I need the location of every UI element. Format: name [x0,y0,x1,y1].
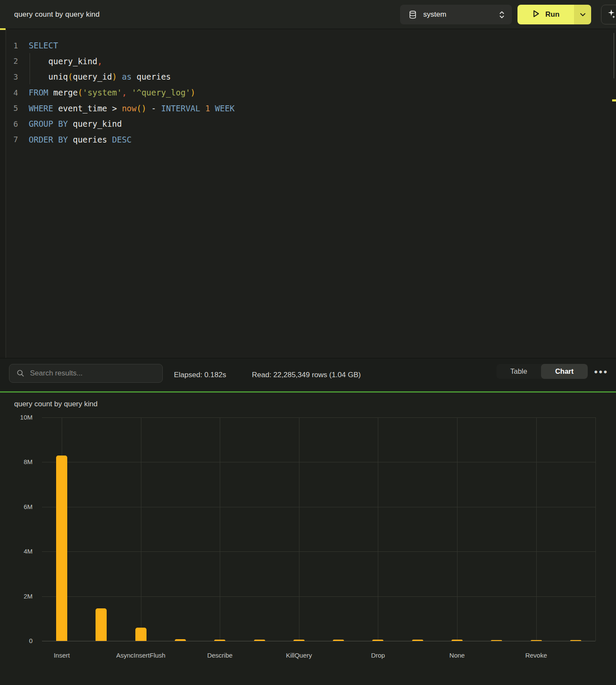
line-number: 6 [6,119,18,128]
database-icon [409,11,416,19]
gridline-v [378,417,378,641]
x-label-KillQuery: KillQuery [260,652,338,659]
run-options-button[interactable] [574,5,591,24]
y-tick-10M: 10M [7,414,33,421]
chart-title: query count by query kind [14,400,98,408]
line-number: 4 [6,88,18,97]
bar-Describe[interactable] [214,640,225,641]
top-toolbar: query count by query kind system Run [0,0,616,29]
sql-editor[interactable]: 1SELECT2 query_kind,3 uniq(query_id) as … [0,29,616,358]
tab-table[interactable]: Table [496,364,541,379]
bar[interactable] [96,608,107,641]
line-content: GROUP BY query_kind [29,119,122,128]
line-content: query_kind, [29,57,102,66]
elapsed-stat: Elapsed: 0.182s [174,358,226,392]
code-line-3[interactable]: 3 uniq(query_id) as queries [0,69,616,85]
gridline-v [141,417,141,641]
ellipsis-icon: ●●● [594,368,608,375]
bar-Insert[interactable] [56,456,67,641]
line-number: 1 [6,41,18,50]
more-options-button[interactable]: ●●● [593,364,609,379]
sparkle-icon [607,9,616,21]
play-icon [532,9,540,20]
format-query-button[interactable] [601,5,616,24]
gridline-h-8M [42,462,595,462]
chevron-down-icon [580,11,586,18]
x-label-Revoke: Revoke [498,652,575,659]
y-tick-2M: 2M [7,593,33,600]
database-selected-value: system [423,10,446,19]
gridline-v [299,417,299,641]
editor-marker-right [612,99,616,101]
code-line-4[interactable]: 4FROM merge('system', '^query_log') [0,85,616,101]
x-label-Drop: Drop [339,652,416,659]
query-title: query count by query kind [14,0,100,29]
bar-KillQuery[interactable] [293,640,305,641]
x-label-None: None [419,652,496,659]
select-updown-icon [499,10,505,19]
gridline-v [457,417,458,641]
bar[interactable] [254,640,265,641]
gridline-h-6M [42,507,595,507]
x-label-Insert: Insert [23,652,100,659]
line-content: uniq(query_id) as queries [29,72,171,81]
search-icon [17,369,24,377]
line-number: 5 [6,104,18,113]
y-tick-6M: 6M [7,503,33,510]
bar[interactable] [333,640,344,641]
line-number: 7 [6,135,18,144]
bar[interactable] [491,640,502,641]
bar[interactable] [570,640,581,641]
bar-None[interactable] [452,640,463,641]
database-selector[interactable]: system [400,5,512,24]
x-label-Describe: Describe [181,652,258,659]
editor-marker-top [0,28,6,30]
code-line-6[interactable]: 6GROUP BY query_kind [0,116,616,132]
code-line-2[interactable]: 2 query_kind, [0,54,616,69]
line-number: 3 [6,72,18,81]
run-button[interactable]: Run [517,5,574,24]
y-tick-8M: 8M [7,458,33,465]
read-stat: Read: 22,285,349 rows (1.04 GB) [252,358,361,392]
gridline-h-4M [42,551,595,552]
run-button-label: Run [545,10,559,19]
gridline-v [220,417,220,641]
editor-scrollbar-thumb[interactable] [613,33,614,78]
bar[interactable] [175,639,186,641]
bar-AsyncInsertFlush[interactable] [135,628,147,641]
code-line-1[interactable]: 1SELECT [0,38,616,54]
indent-guide [30,53,30,84]
chart-panel: query count by query kind 02M4M6M8M10MIn… [0,391,616,685]
search-input[interactable] [30,369,154,378]
y-tick-4M: 4M [7,548,33,555]
search-results-box[interactable] [9,364,163,383]
bar[interactable] [412,640,423,641]
line-content: ORDER BY queries DESC [29,135,132,144]
gridline-h-2M [42,596,595,597]
tab-chart[interactable]: Chart [541,364,588,379]
line-number: 2 [6,57,18,66]
y-tick-0: 0 [7,637,33,644]
code-line-5[interactable]: 5WHERE event_time > now() - INTERVAL 1 W… [0,100,616,116]
x-label-AsyncInsertFlush: AsyncInsertFlush [102,652,179,659]
gridline-v [536,417,537,641]
results-toolbar: Elapsed: 0.182s Read: 22,285,349 rows (1… [0,358,616,391]
gridline-h-10M [42,417,595,418]
code-line-7[interactable]: 7ORDER BY queries DESC [0,132,616,148]
code-lines: 1SELECT2 query_kind,3 uniq(query_id) as … [0,38,616,147]
line-content: SELECT [29,41,58,50]
line-content: WHERE event_time > now() - INTERVAL 1 WE… [29,104,235,113]
view-toggle: Table Chart [496,364,588,379]
bar-Drop[interactable] [372,640,383,641]
gridline-v-right [595,417,596,641]
run-button-group: Run [517,5,591,24]
gridline-h-0 [42,641,595,641]
bar-Revoke[interactable] [531,640,542,641]
line-content: FROM merge('system', '^query_log') [29,88,195,97]
